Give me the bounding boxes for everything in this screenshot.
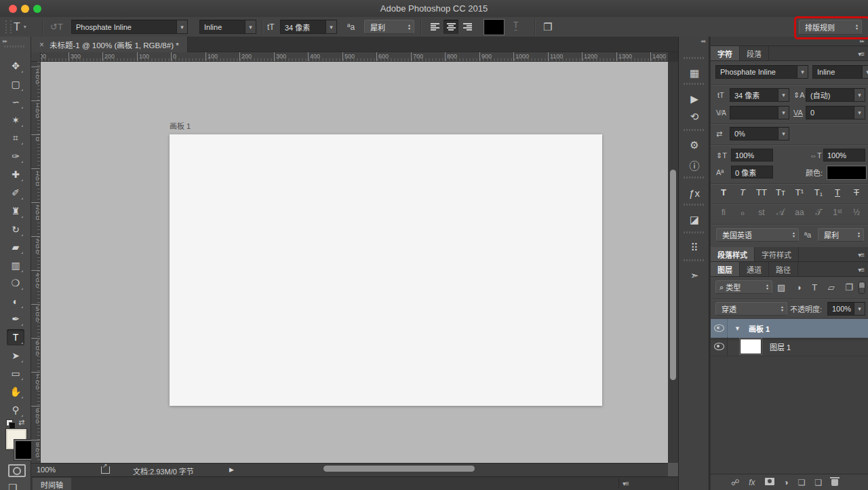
faux-style-button[interactable]: T₁ bbox=[811, 187, 826, 197]
toggle-panels-icon[interactable]: ❐ bbox=[543, 17, 552, 37]
horizontal-scrollbar-thumb[interactable] bbox=[323, 466, 475, 472]
opacity-select[interactable]: 100% bbox=[827, 302, 865, 316]
options-bar-grip[interactable] bbox=[5, 20, 12, 33]
move-tool[interactable]: ✥ bbox=[7, 58, 24, 74]
new-layer-icon[interactable]: ❑ bbox=[815, 478, 823, 487]
layer-row[interactable]: ▼ 画板 1 bbox=[711, 319, 868, 338]
new-adjustment-layer-icon[interactable]: ◑ bbox=[784, 478, 789, 487]
faux-style-button[interactable]: T bbox=[735, 187, 750, 197]
canvas-area[interactable]: 画板 1 bbox=[41, 62, 668, 463]
tab-paths[interactable]: 路径 bbox=[769, 262, 798, 276]
panel-grip[interactable] bbox=[4, 45, 24, 48]
layer-filter-select[interactable]: ⌕ 类型 bbox=[715, 280, 772, 294]
disclosure-triangle-icon[interactable]: ▼ bbox=[734, 325, 741, 332]
chevron-down-icon[interactable] bbox=[778, 89, 789, 101]
rocket-icon[interactable]: ➣ bbox=[684, 267, 705, 284]
rectangular-marquee-tool[interactable]: ▢ bbox=[7, 76, 24, 92]
eyedropper-tool[interactable]: ✑ bbox=[7, 148, 24, 164]
info-panel-icon[interactable]: ⓘ bbox=[684, 156, 705, 174]
delete-layer-icon[interactable] bbox=[831, 477, 838, 488]
vertical-ruler[interactable]: 2001000100200300400500600700800900 bbox=[31, 62, 41, 463]
panel-menu-icon[interactable]: ▾≡ bbox=[858, 266, 864, 274]
close-tab-icon[interactable]: × bbox=[39, 40, 44, 50]
history-brush-tool[interactable]: ↻ bbox=[7, 221, 24, 238]
collapse-panel-icon[interactable]: ▸▸ bbox=[3, 38, 7, 44]
expand-dock-icon[interactable]: ◂◂ bbox=[701, 38, 705, 44]
hand-tool[interactable]: ✋ bbox=[7, 383, 24, 400]
history-panel-icon[interactable]: ⟲ bbox=[684, 108, 705, 126]
screen-mode-button[interactable]: ❏ bbox=[8, 482, 17, 490]
clone-stamp-tool[interactable]: ♜ bbox=[7, 203, 24, 219]
baseline-shift-field[interactable]: 0 像素 bbox=[731, 166, 773, 178]
rectangle-tool[interactable]: ▭ bbox=[7, 365, 24, 381]
zoom-tool[interactable]: ⚲ bbox=[7, 402, 24, 418]
opentype-button[interactable]: 1ˢᵗ bbox=[830, 208, 845, 217]
visibility-cell[interactable] bbox=[711, 337, 728, 356]
chevron-down-icon[interactable] bbox=[854, 107, 865, 119]
faux-style-button[interactable]: TT bbox=[754, 187, 769, 197]
tab-timeline[interactable]: 时间轴 bbox=[33, 478, 71, 490]
faux-style-button[interactable]: T bbox=[716, 187, 731, 197]
status-popup-icon[interactable]: ▶ bbox=[229, 466, 234, 473]
chevron-down-icon[interactable] bbox=[326, 20, 336, 33]
filter-shape-layers-icon[interactable]: ▱ bbox=[828, 282, 835, 293]
horizontal-type-tool[interactable]: T bbox=[7, 329, 24, 345]
leading-select[interactable]: (自动) bbox=[806, 88, 865, 102]
opentype-button[interactable]: fi bbox=[716, 208, 731, 217]
filter-pixel-layers-icon[interactable]: ▨ bbox=[777, 282, 785, 293]
artboard[interactable] bbox=[170, 134, 602, 406]
document-tab[interactable]: × 未标题-1 @ 100% (画板 1, RGB/8#) * bbox=[31, 37, 188, 52]
document-info[interactable]: 文档:2.93M/0 字节 bbox=[133, 466, 194, 476]
layer-thumbnail[interactable] bbox=[740, 339, 762, 354]
opentype-button[interactable]: ℴ bbox=[735, 208, 750, 217]
align-right-button[interactable] bbox=[460, 20, 475, 34]
char-color-swatch[interactable] bbox=[827, 166, 866, 179]
opentype-button[interactable]: aa bbox=[792, 208, 807, 217]
char-font-family-select[interactable]: Phosphate Inline bbox=[715, 65, 808, 79]
opentype-button[interactable]: st bbox=[754, 208, 769, 217]
layer-mask-icon[interactable] bbox=[765, 478, 774, 487]
horizontal-ruler[interactable]: 4003002001000100200300400500600700800900… bbox=[41, 52, 668, 62]
kerning-select[interactable] bbox=[730, 106, 789, 119]
anti-alias-select[interactable]: 犀利 bbox=[364, 20, 414, 34]
filter-smart-objects-icon[interactable]: ❐ bbox=[845, 282, 853, 293]
chevron-down-icon[interactable] bbox=[778, 128, 789, 140]
link-layers-icon[interactable]: ☍ bbox=[731, 478, 739, 487]
visibility-cell[interactable] bbox=[711, 319, 728, 337]
filter-toggle-switch[interactable] bbox=[859, 282, 865, 294]
layer-style-icon[interactable]: fx bbox=[749, 478, 755, 487]
tracking-select[interactable]: 0 bbox=[806, 106, 865, 119]
tab-layers[interactable]: 图层 bbox=[711, 262, 740, 276]
chevron-down-icon[interactable] bbox=[862, 66, 868, 78]
chevron-down-icon[interactable] bbox=[176, 20, 187, 33]
magic-wand-tool[interactable]: ✶ bbox=[7, 112, 24, 128]
share-icon[interactable] bbox=[101, 466, 110, 474]
filter-adjustment-layers-icon[interactable]: ◑ bbox=[796, 282, 802, 293]
faux-style-button[interactable]: Tᴛ bbox=[773, 187, 788, 197]
crop-tool[interactable]: ⌗ bbox=[7, 130, 24, 146]
chevron-down-icon[interactable] bbox=[778, 107, 789, 119]
chevron-down-icon[interactable] bbox=[797, 66, 808, 78]
brush-tool[interactable]: ✐ bbox=[7, 185, 24, 201]
opentype-button[interactable]: 𝒯 bbox=[811, 208, 826, 217]
tab-paragraph[interactable]: 段落 bbox=[740, 46, 769, 60]
styles-panel-icon[interactable]: ƒx bbox=[684, 184, 705, 202]
align-center-button[interactable] bbox=[443, 20, 458, 34]
lasso-tool[interactable]: ∽ bbox=[7, 94, 24, 110]
spot-healing-brush-tool[interactable]: ✚ bbox=[7, 166, 24, 183]
warp-text-icon[interactable]: T bbox=[513, 17, 518, 37]
blur-tool[interactable]: ❍ bbox=[7, 275, 24, 291]
blend-mode-select[interactable]: 穿透 bbox=[715, 302, 787, 316]
faux-style-button[interactable]: T¹ bbox=[792, 187, 807, 197]
faux-style-button[interactable]: T bbox=[830, 187, 845, 197]
path-selection-tool[interactable]: ➤ bbox=[7, 347, 24, 364]
tab-character[interactable]: 字符 bbox=[711, 46, 740, 60]
swap-colors-icon[interactable]: ⇄ bbox=[18, 418, 24, 427]
chevron-down-icon[interactable] bbox=[854, 89, 865, 101]
font-family-select[interactable]: Phosphate Inline bbox=[71, 20, 188, 34]
glyphs-panel-icon[interactable]: ⠿ bbox=[684, 239, 705, 257]
chevron-down-icon[interactable] bbox=[854, 303, 865, 315]
align-left-button[interactable] bbox=[427, 20, 442, 34]
actions-panel-icon[interactable]: ▶ bbox=[684, 90, 705, 108]
tool-preset-picker[interactable]: T ▾ bbox=[14, 17, 26, 37]
